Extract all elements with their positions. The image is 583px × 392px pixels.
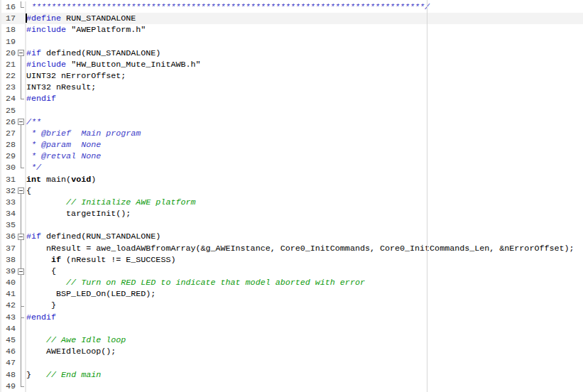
line-number[interactable]: 37	[1, 243, 17, 254]
line-number[interactable]: 44	[1, 323, 17, 334]
code-line: 18#include "AWEPlatform.h"	[1, 24, 583, 36]
line-number[interactable]: 20	[1, 48, 17, 59]
line-number[interactable]: 25	[1, 105, 17, 116]
code-text[interactable]	[26, 36, 583, 48]
code-line: 23INT32 nResult;	[1, 82, 583, 93]
code-text[interactable]: nResult = awe_loadAWBfromArray(&g_AWEIns…	[26, 243, 583, 254]
line-number[interactable]: 36	[1, 231, 17, 242]
line-number[interactable]: 40	[1, 277, 17, 288]
code-line: 29 * @retval None	[1, 151, 583, 162]
line-number[interactable]: 21	[1, 59, 17, 70]
fold-guide-line	[21, 323, 21, 334]
code-text[interactable]: // Initialize AWE platform	[26, 197, 583, 208]
fold-margin	[17, 323, 26, 334]
code-text[interactable]: targetInit();	[26, 208, 583, 219]
code-text[interactable]: #if defined(RUN_STANDALONE)	[26, 48, 583, 59]
collapse-minus-icon[interactable]	[18, 234, 24, 240]
fold-toggle-icon[interactable]	[17, 48, 26, 59]
fold-toggle-icon[interactable]	[17, 266, 26, 277]
code-text[interactable]: * @param None	[26, 139, 583, 151]
code-text[interactable]	[26, 357, 583, 369]
fold-toggle-icon[interactable]	[17, 185, 26, 197]
code-text[interactable]: } // End main	[26, 369, 583, 381]
line-number[interactable]: 48	[1, 369, 17, 381]
code-text[interactable]: * @brief Main program	[26, 128, 583, 139]
code-text[interactable]: UINT32 nErrorOffset;	[26, 70, 583, 82]
code-text[interactable]: #include "HW_Button_Mute_InitAWB.h"	[26, 59, 583, 70]
code-text[interactable]: #endif	[26, 93, 583, 104]
code-text[interactable]: #include "AWEPlatform.h"	[26, 24, 583, 36]
line-number[interactable]: 24	[1, 93, 17, 104]
line-number[interactable]: 49	[1, 381, 17, 392]
line-number[interactable]: 35	[1, 219, 17, 231]
code-text[interactable]	[26, 323, 583, 334]
code-token: targetInit();	[26, 209, 131, 219]
code-token	[26, 255, 51, 265]
line-number[interactable]: 31	[1, 174, 17, 185]
fold-margin	[17, 208, 26, 219]
code-text[interactable]: * @retval None	[26, 151, 583, 162]
line-number[interactable]: 29	[1, 151, 17, 162]
code-text[interactable]: }	[26, 300, 583, 311]
fold-toggle-icon[interactable]	[17, 116, 26, 128]
code-token: #include	[26, 25, 66, 35]
code-editor[interactable]: 16 *************************************…	[0, 0, 583, 392]
code-text[interactable]: if (nResult != E_SUCCESS)	[26, 254, 583, 266]
code-token: "HW_Button_Mute_InitAWB.h"	[71, 60, 200, 70]
line-number[interactable]: 18	[1, 24, 17, 36]
code-text[interactable]: INT32 nResult;	[26, 82, 583, 93]
fold-toggle-icon[interactable]	[17, 231, 26, 242]
line-number[interactable]: 30	[1, 162, 17, 173]
line-number[interactable]: 26	[1, 116, 17, 128]
code-text[interactable]: {	[26, 185, 583, 197]
code-text[interactable]: // Awe Idle loop	[26, 334, 583, 346]
code-text[interactable]	[26, 105, 583, 116]
code-text[interactable]: #define RUN_STANDALONE	[26, 13, 583, 24]
line-number[interactable]: 22	[1, 70, 17, 82]
collapse-minus-icon[interactable]	[18, 187, 24, 194]
line-number[interactable]: 47	[1, 357, 17, 369]
line-number[interactable]: 23	[1, 82, 17, 93]
line-number[interactable]: 39	[1, 266, 17, 277]
line-number[interactable]: 38	[1, 254, 17, 266]
line-number[interactable]: 34	[1, 208, 17, 219]
code-token: // End main	[46, 370, 101, 380]
code-text[interactable]: ****************************************…	[26, 1, 583, 13]
code-text[interactable]: */	[26, 162, 583, 173]
line-number[interactable]: 43	[1, 312, 17, 323]
code-text[interactable]: /**	[26, 116, 583, 128]
code-token: #define	[26, 13, 61, 23]
code-text[interactable]: AWEIdleLoop();	[26, 346, 583, 357]
line-number[interactable]: 41	[1, 288, 17, 300]
line-number[interactable]: 28	[1, 139, 17, 151]
line-number[interactable]: 16	[1, 1, 17, 13]
fold-guide-line	[21, 219, 21, 231]
fold-guide-line	[21, 162, 21, 168]
collapse-minus-icon[interactable]	[18, 119, 24, 125]
code-text[interactable]: int main(void)	[26, 174, 583, 185]
line-number[interactable]: 45	[1, 334, 17, 346]
code-token: defined(RUN_STANDALONE)	[41, 232, 160, 241]
code-token: if	[51, 255, 61, 265]
code-text[interactable]: #if defined(RUN_STANDALONE)	[26, 231, 583, 242]
line-number[interactable]: 42	[1, 300, 17, 311]
line-number[interactable]: 27	[1, 128, 17, 139]
fold-margin	[17, 1, 26, 13]
code-text[interactable]: BSP_LED_On(LED_RED);	[26, 288, 583, 300]
line-number[interactable]: 46	[1, 346, 17, 357]
collapse-minus-icon[interactable]	[18, 50, 24, 56]
line-number[interactable]: 33	[1, 197, 17, 208]
line-number[interactable]: 19	[1, 36, 17, 48]
code-text[interactable]	[26, 381, 583, 392]
code-text[interactable]: // Turn on RED LED to indicate that mode…	[26, 277, 583, 288]
collapse-minus-icon[interactable]	[18, 268, 24, 275]
line-number[interactable]: 17	[1, 13, 17, 24]
code-text[interactable]: {	[26, 266, 583, 277]
code-token: // Turn on RED LED to indicate that mode…	[66, 278, 365, 288]
fold-margin	[17, 139, 26, 151]
code-text[interactable]: #endif	[26, 312, 583, 323]
code-token	[26, 278, 66, 288]
line-number[interactable]: 32	[1, 185, 17, 197]
code-text[interactable]	[26, 219, 583, 231]
fold-guide-line	[21, 381, 21, 386]
